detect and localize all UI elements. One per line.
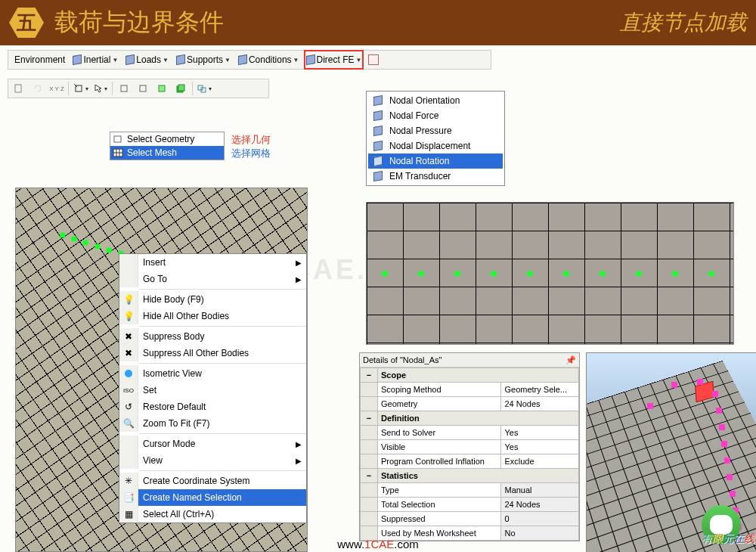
select-mode-button[interactable]: ▾ [71, 79, 91, 98]
cursor-mode-item[interactable]: Cursor Mode▶ [119, 436, 306, 452]
send-label: Send to Solver [378, 426, 501, 440]
suppress-others-item[interactable]: ✖Suppress All Other Bodies [119, 345, 306, 361]
select-all-item[interactable]: ▦Select All (Ctrl+A) [119, 506, 306, 523]
vertex-filter-button[interactable] [115, 80, 133, 97]
bulb-icon: 💡 [123, 311, 135, 321]
nodal-orientation-item[interactable]: Nodal Orientation [368, 93, 503, 108]
total-value: 24 Nodes [501, 498, 579, 512]
edge-filter-button[interactable] [134, 80, 152, 97]
visible-label: Visible [378, 440, 501, 454]
nodal-force-item[interactable]: Nodal Force [368, 108, 503, 123]
section-badge: 五 [9, 8, 44, 38]
iso-icon [125, 370, 132, 377]
axes-icon: ✳ [125, 476, 132, 486]
environment-button[interactable]: Environment [11, 52, 68, 67]
prog-value[interactable]: Exclude [501, 454, 579, 469]
em-transducer-item[interactable]: EM Transducer [368, 169, 503, 184]
svg-rect-0 [15, 85, 21, 92]
inertial-button[interactable]: Inertial▼ [70, 52, 121, 67]
collapse-stats[interactable]: − [361, 469, 378, 483]
select-mesh-item[interactable]: Select Mesh [110, 146, 224, 160]
suppressed-label: Suppressed [378, 512, 501, 526]
slide-header: 五 载荷与边界条件 直接节点加载 [0, 0, 756, 45]
insert-item[interactable]: Insert▶ [119, 254, 306, 271]
suppress-body-item[interactable]: ✖Suppress Body [119, 328, 306, 345]
suppress-icon: ✖ [125, 331, 132, 342]
details-panel: Details of "Nodal_As"📌 −Scope Scoping Me… [359, 352, 580, 541]
cube-icon [371, 95, 385, 107]
cube-icon [306, 54, 315, 65]
nodal-pressure-item[interactable]: Nodal Pressure [368, 123, 503, 138]
visible-value[interactable]: Yes [501, 440, 579, 454]
total-label: Total Selection [378, 498, 501, 512]
cube-icon [371, 140, 385, 152]
type-label: Type [378, 483, 501, 498]
hide-others-item[interactable]: 💡Hide All Other Bodies [119, 308, 306, 324]
svg-rect-6 [178, 85, 184, 91]
mesh-viewport-2[interactable] [366, 202, 734, 345]
annotation-select-mesh: 选择网格 [231, 147, 271, 160]
restore-default-item[interactable]: ↺Restore Default [119, 398, 306, 415]
footer-url: www.1CAE.com [0, 538, 756, 550]
xyz-button[interactable]: X Y Z [48, 80, 66, 97]
mesh-icon [112, 147, 124, 158]
cube-icon [73, 54, 82, 65]
commands-button[interactable] [365, 52, 383, 67]
direct-fe-menu: Nodal Orientation Nodal Force Nodal Pres… [366, 91, 505, 186]
cube-icon [238, 54, 247, 65]
view-item[interactable]: View▶ [119, 452, 306, 469]
pin-icon[interactable]: 📌 [565, 355, 576, 365]
select-geometry-item[interactable]: Select Geometry [110, 132, 224, 146]
prog-label: Program Controlled Inflation [378, 454, 501, 469]
zoom-fit-item[interactable]: 🔍Zoom To Fit (F7) [119, 415, 306, 432]
slide-title: 载荷与边界条件 [54, 6, 620, 39]
svg-rect-2 [121, 85, 127, 91]
geometry-value[interactable]: 24 Nodes [501, 397, 579, 411]
suppressed-value: 0 [501, 512, 579, 526]
cube-icon [371, 170, 385, 182]
select-mode-dropdown: Select Geometry Select Mesh [110, 132, 225, 160]
set-item[interactable]: ISOSet [119, 382, 306, 398]
collapse-scope[interactable]: − [361, 368, 378, 383]
suppress-all-icon: ✖ [125, 348, 132, 358]
direct-fe-button[interactable]: Direct FE▼ [304, 50, 364, 70]
nodal-displacement-item[interactable]: Nodal Displacement [368, 138, 503, 154]
set-icon: ISO [123, 387, 134, 394]
select-all-icon: ▦ [125, 509, 133, 519]
face-filter-button[interactable] [153, 80, 171, 97]
isometric-view-item[interactable]: Isometric View [119, 365, 306, 382]
reset-button[interactable] [29, 80, 47, 97]
svg-rect-3 [140, 85, 146, 91]
selection-filter-toolbar: X Y Z ▾ ▾ ▾ [8, 79, 269, 98]
tag-button[interactable] [10, 80, 28, 97]
collapse-definition[interactable]: − [361, 411, 378, 426]
create-coord-item[interactable]: ✳Create Coordinate System [119, 473, 306, 489]
type-value: Manual [501, 483, 579, 498]
geometry-label: Geometry [378, 397, 501, 411]
nodal-rotation-item[interactable]: Nodal Rotation [368, 154, 503, 169]
commands-icon [368, 54, 379, 65]
conditions-button[interactable]: Conditions▼ [235, 52, 302, 67]
goto-item[interactable]: Go To▶ [119, 271, 306, 287]
extend-button[interactable]: ▾ [195, 80, 213, 97]
cube-icon [371, 155, 385, 167]
environment-toolbar: Environment Inertial▼ Loads▼ Supports▼ C… [8, 50, 491, 70]
restore-icon: ↺ [125, 402, 132, 412]
scoping-method-value[interactable]: Geometry Sele... [501, 383, 579, 397]
zoom-icon: 🔍 [123, 418, 135, 429]
geometry-icon [112, 134, 124, 144]
create-named-selection-item[interactable]: 📑Create Named Selection [119, 489, 306, 506]
cube-icon [371, 125, 385, 137]
pick-button[interactable]: ▾ [91, 80, 110, 97]
named-selection-icon: 📑 [123, 492, 135, 503]
bulb-off-icon: 💡 [123, 294, 135, 305]
cube-icon [125, 54, 135, 65]
loads-button[interactable]: Loads▼ [122, 52, 172, 67]
body-filter-button[interactable] [172, 80, 190, 97]
cube-icon [371, 110, 385, 122]
supports-button[interactable]: Supports▼ [173, 52, 234, 67]
svg-rect-4 [159, 85, 165, 91]
send-value[interactable]: Yes [501, 426, 579, 440]
hide-body-item[interactable]: 💡Hide Body (F9) [119, 291, 306, 308]
annotation-select-geometry: 选择几何 [231, 133, 271, 147]
